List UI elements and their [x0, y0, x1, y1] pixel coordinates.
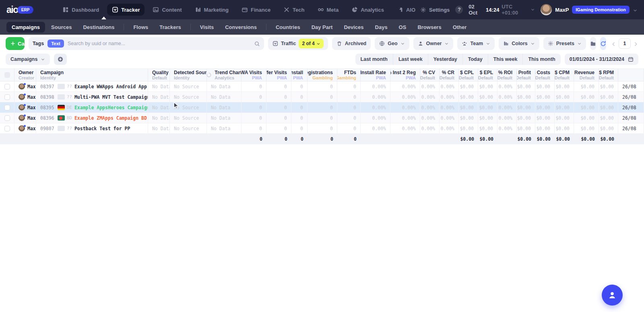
column-header-inst_2_reg[interactable]: % Inst 2 RegPWA — [390, 69, 420, 81]
column-header-cr[interactable]: % CRDefault — [440, 69, 459, 81]
add-campaign-button[interactable]: Campaign — [6, 37, 25, 50]
column-header-registrations[interactable]: RegistrationsGambling — [308, 69, 337, 81]
column-header-cv[interactable]: % CVDefault — [420, 69, 440, 81]
help-button[interactable]: ? — [455, 6, 463, 14]
date-range-picker[interactable]: 01/01/2024 - 31/12/2024 — [565, 54, 638, 65]
column-header-offer_visits[interactable]: Offer VisitsPWA — [266, 69, 291, 81]
add-button[interactable] — [54, 54, 67, 65]
nav-item-analytics[interactable]: Analytics — [347, 4, 389, 16]
colors-filter[interactable]: Colors — [499, 37, 539, 50]
column-header-campaign[interactable]: CampaignIdentity — [36, 69, 148, 81]
column-header-costs[interactable]: $ CostsDefault — [535, 69, 555, 81]
user-menu[interactable]: MaxP IGaming Demonstration — [541, 4, 638, 15]
tab-other[interactable]: Other — [448, 22, 472, 33]
presets-filter[interactable]: Presets — [543, 37, 586, 50]
range-this-week[interactable]: This week — [488, 54, 523, 65]
row-checkbox[interactable] — [4, 94, 10, 100]
tab-devices[interactable]: Devices — [339, 22, 369, 33]
nav-item-tech[interactable]: Tech — [279, 4, 309, 16]
entity-type-select[interactable]: Campaigns — [6, 54, 50, 65]
row-checkbox[interactable] — [4, 126, 10, 131]
tab-conversions[interactable]: Conversions — [220, 22, 262, 33]
tab-trackers[interactable]: Trackers — [154, 22, 186, 33]
column-header-cpl[interactable]: $ CPLDefault — [459, 69, 478, 81]
column-header-detected_source[interactable]: Detected SourceIdentity — [170, 69, 207, 81]
range-yesterday[interactable]: Yesterday — [428, 54, 463, 65]
page-number-box[interactable]: 1 — [619, 38, 631, 49]
nav-item-aio[interactable]: AIO — [392, 4, 420, 16]
archived-filter[interactable]: Archived — [332, 37, 371, 50]
row-checkbox[interactable] — [4, 84, 10, 89]
tab-visits[interactable]: Visits — [195, 22, 219, 33]
column-header-install[interactable]: InstallPWA — [291, 69, 308, 81]
campaign-name[interactable]: Example AppsHeroes Campaign DE — [74, 105, 148, 110]
cell-install: 0 — [291, 81, 308, 92]
column-header-created[interactable] — [618, 69, 644, 81]
column-header-roi[interactable]: % ROIDefault — [497, 69, 517, 81]
nav-item-content[interactable]: Content — [148, 4, 186, 16]
column-header-check[interactable] — [0, 69, 14, 81]
support-fab[interactable] — [602, 285, 623, 306]
app-logo[interactable]: aio ERP — [6, 4, 33, 15]
team-filter[interactable]: Team — [457, 37, 495, 50]
chevron-left-icon[interactable] — [611, 41, 616, 46]
nav-item-marketing[interactable]: Marketing — [190, 4, 233, 16]
tab-day-part[interactable]: Day Part — [306, 22, 338, 33]
owner-filter[interactable]: Owner — [413, 37, 454, 50]
row-checkbox[interactable] — [4, 105, 10, 110]
campaign-name[interactable]: Example WWApps Android App Campaign — [74, 84, 148, 89]
tab-destinations[interactable]: Destinations — [78, 22, 120, 33]
campaign-name[interactable]: Example ZMApps Campaign BD — [74, 115, 147, 121]
campaign-name[interactable]: Multi-PWA MVT Test Campaign — [74, 94, 148, 100]
range-today[interactable]: Today — [463, 54, 488, 65]
column-header-quality[interactable]: QualityDefault — [148, 69, 170, 81]
tab-days[interactable]: Days — [370, 22, 393, 33]
tags-mode-toggle[interactable]: Text — [47, 40, 64, 48]
tab-flows[interactable]: Flows — [128, 22, 153, 33]
cell-value: 0.00% — [402, 84, 416, 89]
nav-item-meta[interactable]: Meta — [313, 4, 344, 16]
campaign-name[interactable]: Postback Test for PP — [74, 126, 130, 131]
traffic-count-badge[interactable]: 2 of 4 — [299, 39, 323, 48]
column-header-rpm[interactable]: $ RPMDefault — [599, 69, 618, 81]
folders-button[interactable] — [590, 37, 596, 50]
row-checkbox[interactable] — [4, 115, 10, 121]
table-row[interactable]: MaxP08395DEExample AppsHeroes Campaign D… — [0, 102, 644, 113]
cell-created: 26/08 — [618, 81, 644, 92]
table-row[interactable]: MaxP08396BDExample ZMApps Campaign BDNo … — [0, 113, 644, 123]
table-row[interactable]: MaxP08398??Multi-PWA MVT Test CampaignNo… — [0, 92, 644, 102]
geo-filter[interactable]: Geo — [375, 37, 409, 50]
table-row[interactable]: MaxP08397??Example WWApps Android App Ca… — [0, 81, 644, 92]
column-header-owner[interactable]: OwnerCreator — [14, 69, 36, 81]
table-row[interactable]: MaxP09807??Postback Test for PPNo DataNo… — [0, 123, 644, 134]
search-bar[interactable]: Tags Text Search by uuid or name... — [29, 37, 264, 50]
column-header-epl[interactable]: $ EPLDefault — [478, 69, 497, 81]
tab-sources[interactable]: Sources — [46, 22, 77, 33]
settings-button[interactable]: Settings — [420, 7, 450, 13]
refresh-button[interactable] — [600, 37, 606, 50]
tab-campaigns[interactable]: Campaigns — [6, 22, 45, 33]
search-input[interactable]: Search by uuid or name... — [68, 41, 250, 46]
column-header-trend_chart[interactable]: Trend ChartAnalytics — [207, 69, 242, 81]
range-last-week[interactable]: Last week — [393, 54, 428, 65]
traffic-filter[interactable]: Traffic 2 of 4 — [268, 37, 328, 50]
range-this-month[interactable]: This month — [523, 54, 560, 65]
nav-item-dashboard[interactable]: Dashboard — [58, 4, 104, 16]
column-header-profit[interactable]: $ ProfitDefault — [517, 69, 535, 81]
column-header-ftds[interactable]: FTDsGambling — [337, 69, 361, 81]
clock-timezone-selector[interactable]: 02 Oct 14:24 UTC +01:00 — [469, 4, 535, 16]
nav-item-tracker[interactable]: Tracker — [107, 4, 144, 16]
column-header-revenue[interactable]: $ RevenueDefault — [574, 69, 599, 81]
created-date: 26/08 — [622, 126, 636, 131]
chevron-right-icon[interactable] — [633, 41, 638, 46]
column-header-install_rate[interactable]: % Install RatePWA — [361, 69, 390, 81]
select-all-checkbox[interactable] — [4, 72, 10, 78]
tab-browsers[interactable]: Browsers — [412, 22, 446, 33]
range-last-month[interactable]: Last month — [355, 54, 393, 65]
tab-countries[interactable]: Countries — [270, 22, 305, 33]
nav-item-finance[interactable]: Finance — [237, 4, 275, 16]
colors-label: Colors — [512, 41, 528, 46]
tab-os[interactable]: OS — [394, 22, 412, 33]
column-header-pwa_visits[interactable]: PWA VisitsPWA — [242, 69, 266, 81]
column-header-cpm[interactable]: $ CPMDefault — [555, 69, 574, 81]
